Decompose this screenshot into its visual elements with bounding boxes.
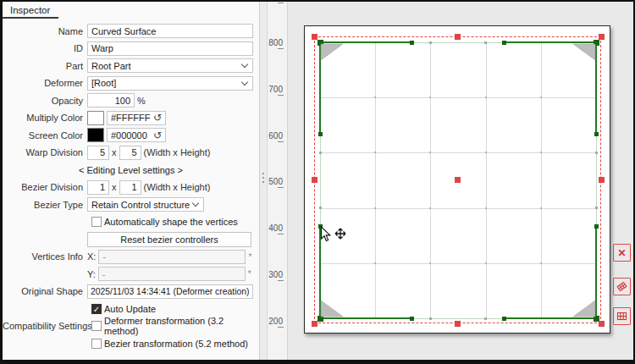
multiply-color-label: Multiply Color [3, 113, 87, 123]
screen-color-hex-input[interactable]: #000000 ↺ [107, 128, 166, 142]
warp-division-width-input[interactable]: 5 [87, 146, 109, 160]
deformer-corner-vertex[interactable] [318, 316, 323, 322]
deformer-edge[interactable] [595, 42, 597, 135]
model-document[interactable] [304, 25, 610, 334]
deformer-edge[interactable] [319, 226, 321, 318]
bezier-division-height-input[interactable]: 1 [119, 180, 141, 195]
reset-icon[interactable]: ↺ [153, 113, 162, 123]
bezier-type-dropdown[interactable]: Retain Control structure [87, 197, 204, 212]
id-input[interactable]: Warp [87, 41, 253, 56]
opacity-label: Opacity [3, 96, 87, 106]
canvas-viewport[interactable]: ✕ [288, 2, 633, 360]
name-input[interactable]: Curved Surface [87, 24, 253, 38]
edge-grid-dot [319, 152, 322, 154]
auto-shape-checkbox[interactable] [91, 217, 102, 227]
selection-handle[interactable] [312, 321, 318, 327]
selection-handle[interactable] [312, 177, 318, 183]
chevron-down-icon [241, 79, 248, 85]
compatibility-label: Compatibility Settings [3, 321, 87, 331]
rotate-deformer-icon [616, 280, 628, 293]
deformer-edge[interactable] [595, 226, 597, 318]
bezier-control-point[interactable] [410, 41, 414, 45]
edge-grid-dot [484, 41, 487, 44]
grid-intersection-dot [429, 262, 431, 264]
deformer-edge[interactable] [320, 317, 412, 319]
delete-deformer-button[interactable]: ✕ [613, 244, 631, 262]
deformer-edge-middle[interactable] [412, 42, 505, 43]
bezier-division-width-input[interactable]: 1 [87, 180, 109, 195]
bezier-type-row: Bezier Type Retain Control structure [3, 196, 259, 213]
reset-bezier-button[interactable]: Reset bezier controllers [87, 232, 251, 247]
deformer-dropdown[interactable]: [Root] [87, 76, 253, 91]
bezier-control-point[interactable] [594, 132, 599, 136]
original-shape-value[interactable]: 2025/11/03 14:34:41 (Deformer creation) [87, 284, 253, 299]
warp-deformer-button[interactable] [613, 307, 631, 325]
bezier-transformation-checkbox[interactable] [91, 339, 102, 349]
bezier-control-point[interactable] [318, 224, 323, 229]
warp-division-height-input[interactable]: 5 [119, 146, 141, 160]
deformer-label: Deformer [3, 78, 87, 88]
reset-icon[interactable]: ↺ [153, 130, 162, 141]
chevron-down-icon [241, 61, 248, 68]
selection-handle[interactable] [599, 321, 605, 327]
ruler-tick [278, 95, 284, 96]
selection-handle[interactable] [599, 177, 605, 183]
panel-splitter[interactable] [259, 2, 268, 360]
compatibility-row-1: Compatibility Settings Deformer transfor… [3, 318, 259, 335]
part-dropdown[interactable]: Root Part [87, 58, 253, 73]
deformer-edge-middle[interactable] [320, 135, 321, 227]
splitter-handle-dot [262, 177, 264, 179]
ruler-tick [278, 48, 284, 49]
vertices-y-star[interactable]: * [248, 269, 251, 279]
vertices-x-value: - [98, 250, 246, 264]
screen-color-swatch[interactable] [87, 128, 104, 142]
grid-intersection-dot [374, 262, 376, 264]
inspector-panel: Inspector Name Curved Surface ID Warp Pa… [3, 2, 259, 360]
deformer-edge[interactable] [504, 317, 596, 319]
grid-intersection-dot [540, 207, 542, 209]
deformer-transformation-checkbox[interactable] [91, 321, 102, 331]
selection-handle[interactable] [455, 177, 461, 183]
deformer-row: Deformer [Root] [3, 75, 259, 92]
deformer-edge-middle[interactable] [412, 318, 505, 319]
deformer-edge[interactable] [504, 41, 596, 43]
deformer-dropdown-value: [Root] [91, 78, 116, 88]
deformer-edge[interactable] [319, 42, 321, 135]
auto-update-checkbox[interactable]: ✓ [91, 304, 102, 314]
grid-intersection-dot [374, 207, 376, 209]
grid-intersection-dot [540, 97, 542, 98]
bezier-control-point[interactable] [410, 317, 414, 321]
tab-inspector[interactable]: Inspector [10, 5, 50, 15]
grid-line-vertical [375, 42, 376, 318]
selection-handle[interactable] [455, 321, 461, 327]
deformer-corner-vertex[interactable] [318, 40, 323, 46]
selection-handle[interactable] [312, 34, 318, 40]
deformer-corner-vertex[interactable] [594, 40, 599, 46]
vertical-ruler: 800700600500400300200 [268, 2, 288, 360]
opacity-input[interactable]: 100 [87, 93, 135, 108]
ruler-tick [278, 234, 284, 234]
multiply-color-swatch[interactable] [87, 111, 104, 125]
ruler-label: 800 [268, 38, 283, 47]
bezier-control-point[interactable] [502, 317, 506, 321]
ruler-label: 500 [268, 177, 283, 186]
selection-handle[interactable] [455, 34, 461, 40]
edge-grid-dot [484, 317, 487, 320]
original-shape-label: Original Shape [3, 286, 87, 296]
reset-bezier-row: Reset bezier controllers [3, 231, 259, 248]
rotate-deformer-button[interactable] [613, 278, 631, 295]
bezier-control-point[interactable] [318, 132, 323, 136]
bezier-transformation-label: Bezier transformation (5.2 method) [104, 339, 248, 349]
multiply-color-hex-input[interactable]: #FFFFFF ↺ [107, 111, 166, 125]
grid-intersection-dot [429, 152, 431, 153]
warp-grid-icon [616, 310, 628, 323]
bezier-control-point[interactable] [594, 224, 599, 229]
selection-handle[interactable] [599, 34, 605, 40]
opacity-row: Opacity 100 % [3, 92, 259, 109]
editing-level-heading: < Editing Level settings > [3, 162, 259, 179]
bezier-division-separator: x [112, 182, 117, 192]
deformer-edge-middle[interactable] [596, 135, 597, 227]
vertices-x-star[interactable]: * [248, 252, 251, 262]
bezier-control-point[interactable] [502, 41, 506, 45]
deformer-edge[interactable] [320, 41, 412, 43]
